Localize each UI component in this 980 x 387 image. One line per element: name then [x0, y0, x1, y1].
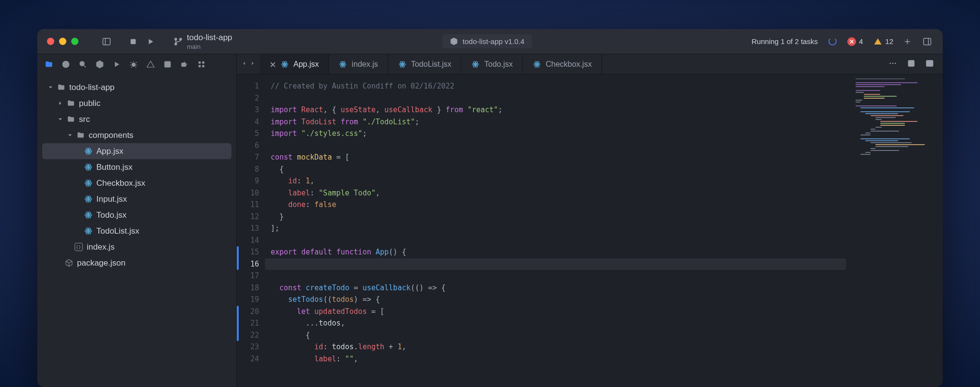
stop-button[interactable] — [129, 37, 138, 46]
tab-todolist[interactable]: TodoList.jsx — [388, 54, 462, 74]
tree-label: Checkbox.jsx — [96, 179, 145, 188]
react-icon — [398, 60, 407, 69]
tree-label: TodoList.jsx — [96, 226, 139, 236]
minimize-window-button[interactable] — [59, 38, 66, 45]
nav-back-button[interactable] — [241, 60, 247, 69]
chevron-right-icon — [58, 101, 62, 105]
nav-forward-button[interactable] — [249, 60, 256, 69]
tree-file-checkbox[interactable]: Checkbox.jsx — [37, 175, 236, 191]
react-icon — [84, 179, 92, 188]
more-icon[interactable] — [888, 59, 897, 70]
code-editor[interactable]: 123456789101112131415161718192021222324 … — [237, 74, 943, 387]
svg-rect-12 — [182, 63, 186, 67]
svg-rect-13 — [199, 61, 201, 64]
tab-label: App.jsx — [293, 60, 319, 69]
chevron-down-icon — [48, 85, 53, 89]
tree-root[interactable]: todo-list-app — [37, 79, 236, 95]
svg-rect-16 — [202, 65, 205, 68]
tabbar: App.jsx index.js TodoList.jsx Todo.jsx — [237, 54, 943, 74]
sidebar-toolbar — [37, 54, 236, 74]
svg-point-33 — [88, 214, 89, 216]
layout-icon[interactable] — [907, 59, 916, 70]
close-window-button[interactable] — [47, 38, 54, 45]
code-content[interactable]: // Created by Austin Condiff on 02/16/20… — [265, 74, 851, 387]
debug-nav-icon[interactable] — [129, 60, 138, 69]
spinner-icon — [828, 37, 837, 45]
tree-file-todolist[interactable]: TodoList.jsx — [37, 223, 236, 239]
svg-rect-2 — [131, 39, 136, 44]
tab-app[interactable]: App.jsx — [260, 54, 329, 74]
editor-area: App.jsx index.js TodoList.jsx Todo.jsx — [237, 54, 943, 387]
svg-rect-0 — [103, 38, 110, 45]
package-icon — [64, 259, 73, 268]
svg-point-49 — [401, 63, 403, 65]
tree-label: package.json — [77, 258, 125, 268]
svg-point-53 — [475, 63, 476, 65]
svg-point-57 — [536, 63, 538, 65]
react-icon — [84, 227, 92, 236]
search-nav-icon[interactable] — [78, 60, 88, 69]
globe-nav-icon[interactable] — [61, 60, 71, 69]
tree-file-input[interactable]: Input.jsx — [37, 191, 236, 207]
tree-folder-components[interactable]: components — [37, 127, 236, 143]
react-icon — [280, 60, 289, 69]
tree-folder-public[interactable]: public — [37, 95, 236, 111]
minimap[interactable] — [851, 74, 943, 387]
files-nav-icon[interactable] — [44, 60, 54, 69]
warnings-count: 12 — [885, 37, 893, 45]
new-tab-button[interactable] — [903, 37, 912, 46]
git-branch-icon — [173, 37, 183, 46]
js-icon: {} — [74, 243, 83, 252]
svg-point-41 — [284, 63, 286, 65]
file-tree: todo-list-app public src — [37, 74, 236, 276]
layout-nav-icon[interactable] — [163, 60, 172, 69]
errors-indicator[interactable]: 4 — [847, 37, 863, 46]
react-icon — [338, 60, 347, 69]
react-icon — [84, 195, 92, 204]
folder-icon — [66, 99, 75, 108]
tab-label: Todo.jsx — [484, 60, 513, 69]
svg-rect-11 — [165, 61, 170, 67]
chevron-down-icon — [67, 133, 72, 137]
svg-point-45 — [342, 63, 344, 65]
package-nav-icon[interactable] — [95, 60, 105, 69]
project-selector[interactable]: todo-list-app main — [167, 33, 232, 50]
run-nav-icon[interactable] — [112, 60, 122, 69]
alerts-nav-icon[interactable] — [146, 60, 155, 69]
tree-file-index[interactable]: {} index.js — [37, 239, 236, 255]
svg-point-37 — [88, 230, 89, 232]
tree-file-app[interactable]: App.jsx — [42, 143, 231, 159]
svg-point-3 — [175, 38, 177, 40]
chevron-down-icon — [58, 117, 62, 121]
titlebar: todo-list-app main todo-list-app v1.0.4 … — [37, 29, 943, 54]
tab-todo[interactable]: Todo.jsx — [461, 54, 523, 74]
project-name: todo-list-app — [187, 33, 232, 43]
svg-point-4 — [175, 43, 177, 45]
maximize-window-button[interactable] — [71, 38, 78, 45]
branch-name: main — [187, 43, 232, 50]
svg-point-21 — [88, 166, 89, 168]
tree-file-package[interactable]: package.json — [37, 255, 236, 271]
run-button[interactable] — [146, 37, 155, 46]
tab-checkbox[interactable]: Checkbox.jsx — [523, 54, 602, 74]
svg-point-10 — [132, 63, 136, 67]
toggle-sidebar-button[interactable] — [102, 37, 111, 46]
tree-folder-src[interactable]: src — [37, 111, 236, 127]
build-status-pill[interactable]: todo-list-app v1.0.4 — [442, 34, 533, 48]
svg-point-61 — [889, 62, 891, 64]
close-icon[interactable] — [270, 61, 276, 67]
error-icon — [847, 37, 856, 46]
tab-label: TodoList.jsx — [411, 60, 452, 69]
extensions-nav-icon[interactable] — [180, 60, 189, 69]
tree-file-button[interactable]: Button.jsx — [37, 159, 236, 175]
svg-point-62 — [892, 62, 894, 64]
toggle-right-panel-button[interactable] — [922, 37, 932, 46]
tab-index[interactable]: index.js — [329, 54, 388, 74]
react-icon — [533, 60, 541, 69]
tree-file-todo[interactable]: Todo.jsx — [37, 207, 236, 223]
grid-nav-icon[interactable] — [197, 60, 206, 69]
svg-rect-6 — [924, 38, 931, 45]
package-icon — [450, 37, 458, 45]
warnings-indicator[interactable]: 12 — [873, 37, 893, 46]
split-editor-icon[interactable] — [925, 59, 934, 70]
